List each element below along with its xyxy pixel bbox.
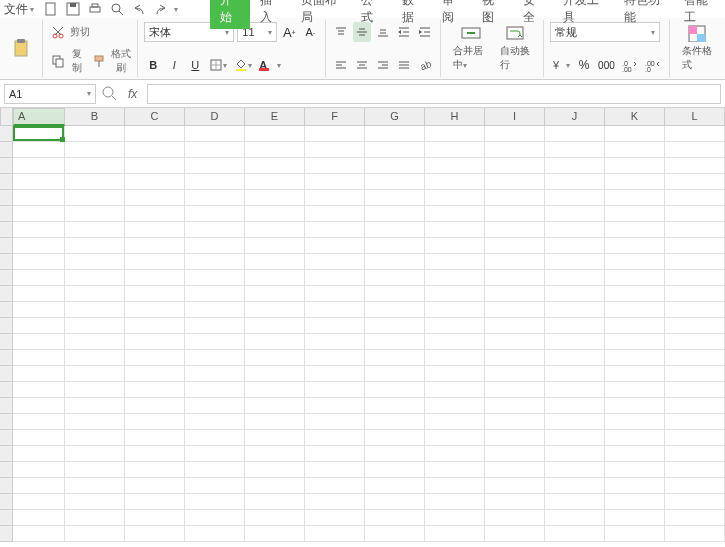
cell[interactable] — [545, 398, 605, 414]
cell[interactable] — [125, 238, 185, 254]
merge-center-button[interactable]: 合并居中▾ — [447, 22, 493, 74]
cell[interactable] — [305, 526, 365, 542]
cell[interactable] — [665, 366, 725, 382]
cell[interactable] — [245, 478, 305, 494]
cell[interactable] — [65, 318, 125, 334]
cell[interactable] — [485, 126, 545, 142]
cell[interactable] — [305, 302, 365, 318]
cell[interactable] — [185, 238, 245, 254]
cell[interactable] — [545, 142, 605, 158]
cell[interactable] — [305, 510, 365, 526]
row-header[interactable] — [0, 366, 13, 382]
cell[interactable] — [605, 382, 665, 398]
cell[interactable] — [425, 494, 485, 510]
cell[interactable] — [65, 446, 125, 462]
cell[interactable] — [425, 398, 485, 414]
cell[interactable] — [305, 158, 365, 174]
cell[interactable] — [425, 526, 485, 542]
cell[interactable] — [425, 334, 485, 350]
cell[interactable] — [13, 526, 65, 542]
cell[interactable] — [605, 238, 665, 254]
cell[interactable] — [365, 286, 425, 302]
cell[interactable] — [245, 462, 305, 478]
cell[interactable] — [65, 238, 125, 254]
percent-icon[interactable]: % — [575, 55, 593, 75]
cell[interactable] — [545, 302, 605, 318]
cell[interactable] — [245, 142, 305, 158]
row-header[interactable] — [0, 526, 13, 542]
cell[interactable] — [13, 270, 65, 286]
cell[interactable] — [185, 478, 245, 494]
cell[interactable] — [425, 222, 485, 238]
cell[interactable] — [365, 158, 425, 174]
cell[interactable] — [665, 126, 725, 142]
copy-label[interactable]: 复制 — [70, 47, 83, 75]
cell[interactable] — [425, 254, 485, 270]
cell[interactable] — [425, 286, 485, 302]
cell[interactable] — [245, 254, 305, 270]
cell[interactable] — [65, 302, 125, 318]
tab-start[interactable]: 开始 — [210, 0, 250, 29]
row-header[interactable] — [0, 414, 13, 430]
cell[interactable] — [13, 238, 65, 254]
preview-icon[interactable] — [108, 1, 126, 17]
cell[interactable] — [305, 494, 365, 510]
cell[interactable] — [425, 366, 485, 382]
tab-formula[interactable]: 公式 — [351, 0, 391, 29]
paste-button[interactable] — [6, 22, 36, 74]
cell[interactable] — [185, 222, 245, 238]
cell[interactable] — [65, 414, 125, 430]
cell[interactable] — [545, 126, 605, 142]
cell[interactable] — [245, 446, 305, 462]
cell[interactable] — [185, 414, 245, 430]
cell[interactable] — [125, 270, 185, 286]
column-header[interactable]: G — [365, 108, 425, 126]
cell[interactable] — [185, 126, 245, 142]
cell[interactable] — [125, 174, 185, 190]
cell[interactable] — [545, 238, 605, 254]
column-header[interactable]: F — [305, 108, 365, 126]
cell[interactable] — [13, 126, 65, 142]
copy-icon[interactable] — [49, 51, 67, 71]
cell[interactable] — [485, 350, 545, 366]
cell[interactable] — [245, 382, 305, 398]
wrap-text-button[interactable]: 自动换行 — [494, 22, 537, 74]
cell[interactable] — [185, 190, 245, 206]
cell[interactable] — [605, 286, 665, 302]
cell[interactable] — [605, 430, 665, 446]
cell[interactable] — [185, 158, 245, 174]
cell[interactable] — [665, 318, 725, 334]
row-header[interactable] — [0, 286, 13, 302]
cell[interactable] — [245, 302, 305, 318]
cell[interactable] — [425, 414, 485, 430]
cell[interactable] — [665, 254, 725, 270]
cell[interactable] — [425, 446, 485, 462]
row-header[interactable] — [0, 142, 13, 158]
cell[interactable] — [185, 334, 245, 350]
cell[interactable] — [65, 510, 125, 526]
cell[interactable] — [185, 398, 245, 414]
cell[interactable] — [365, 494, 425, 510]
cell[interactable] — [485, 382, 545, 398]
row-header[interactable] — [0, 190, 13, 206]
font-color-button[interactable]: A▾ — [257, 55, 283, 75]
cell[interactable] — [605, 510, 665, 526]
cell[interactable] — [125, 366, 185, 382]
cell[interactable] — [485, 398, 545, 414]
row-header[interactable] — [0, 462, 13, 478]
row-header[interactable] — [0, 478, 13, 494]
cell[interactable] — [605, 462, 665, 478]
cell[interactable] — [13, 286, 65, 302]
row-header[interactable] — [0, 350, 13, 366]
cell[interactable] — [665, 510, 725, 526]
align-right-icon[interactable] — [374, 55, 392, 75]
orientation-icon[interactable]: ab — [416, 55, 434, 75]
cell[interactable] — [485, 270, 545, 286]
cell[interactable] — [245, 222, 305, 238]
cell[interactable] — [305, 478, 365, 494]
cell[interactable] — [425, 318, 485, 334]
cell[interactable] — [485, 174, 545, 190]
tab-smart[interactable]: 智能工 — [674, 0, 725, 29]
row-header[interactable] — [0, 510, 13, 526]
cell[interactable] — [305, 238, 365, 254]
